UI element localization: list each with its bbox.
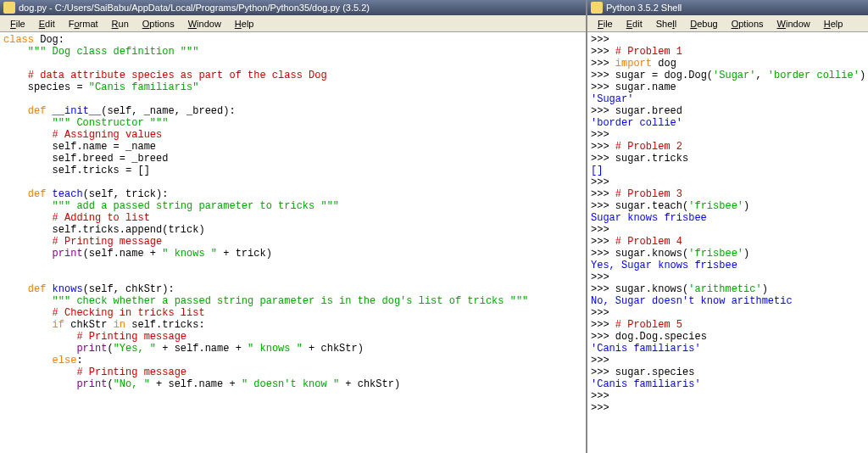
menu-window[interactable]: Window: [771, 17, 817, 31]
shell-titlebar: Python 3.5.2 Shell: [587, 0, 868, 15]
editor-menubar: File Edit Format Run Options Window Help: [0, 15, 586, 32]
python-icon: [591, 2, 603, 14]
editor-titlebar: dog.py - C:/Users/SaiBabu/AppData/Local/…: [0, 0, 586, 15]
menu-help[interactable]: Help: [817, 17, 850, 31]
shell-menubar: File Edit Shell Debug Options Window Hel…: [587, 15, 868, 32]
shell-output[interactable]: >>> >>> # Problem 1 >>> import dog >>> s…: [587, 32, 868, 453]
menu-options[interactable]: Options: [136, 17, 181, 31]
menu-edit[interactable]: Edit: [32, 17, 62, 31]
menu-help[interactable]: Help: [228, 17, 261, 31]
menu-debug[interactable]: Debug: [683, 17, 724, 31]
menu-format[interactable]: Format: [62, 17, 105, 31]
editor-window: dog.py - C:/Users/SaiBabu/AppData/Local/…: [0, 0, 587, 453]
editor-title: dog.py - C:/Users/SaiBabu/AppData/Local/…: [19, 3, 370, 13]
menu-edit[interactable]: Edit: [620, 17, 649, 31]
menu-run[interactable]: Run: [105, 17, 136, 31]
shell-window: Python 3.5.2 Shell File Edit Shell Debug…: [587, 0, 868, 453]
menu-file[interactable]: File: [591, 17, 620, 31]
menu-options[interactable]: Options: [725, 17, 771, 31]
menu-file[interactable]: File: [3, 17, 32, 31]
code-text: class: [3, 34, 34, 46]
code-editor[interactable]: class Dog: """ Dog class definition """ …: [0, 32, 586, 453]
shell-title: Python 3.5.2 Shell: [606, 3, 682, 13]
menu-shell[interactable]: Shell: [649, 17, 683, 31]
python-icon: [3, 2, 15, 14]
menu-window[interactable]: Window: [181, 17, 228, 31]
